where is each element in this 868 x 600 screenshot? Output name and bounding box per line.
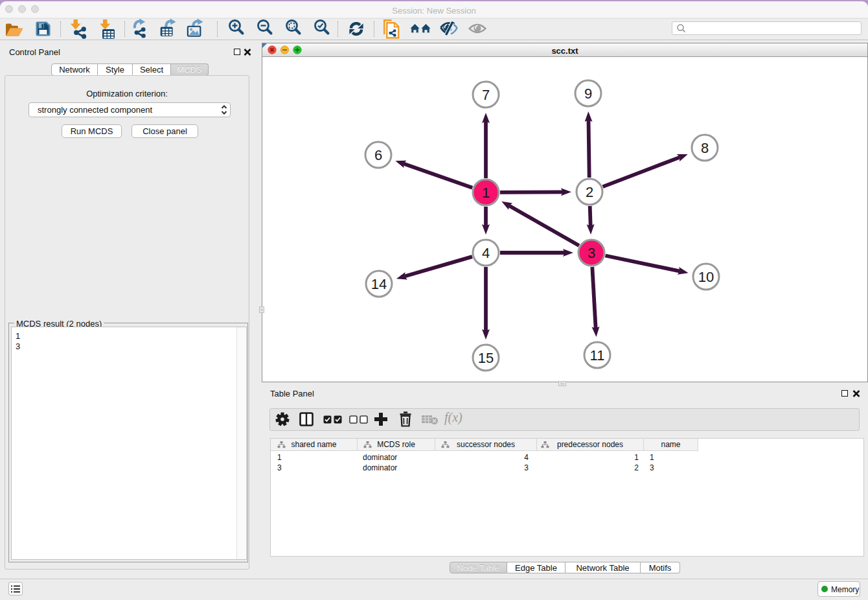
svg-text:10: 10 bbox=[698, 269, 714, 285]
svg-text:1: 1 bbox=[482, 185, 490, 201]
svg-text:8: 8 bbox=[701, 140, 709, 156]
svg-text:9: 9 bbox=[584, 86, 592, 102]
svg-text:3: 3 bbox=[588, 245, 595, 261]
svg-text:2: 2 bbox=[586, 184, 593, 200]
svg-text:11: 11 bbox=[590, 347, 605, 363]
svg-text:6: 6 bbox=[374, 147, 382, 163]
svg-text:14: 14 bbox=[371, 276, 387, 292]
svg-text:7: 7 bbox=[482, 87, 490, 103]
svg-text:15: 15 bbox=[478, 350, 494, 366]
svg-text:4: 4 bbox=[482, 245, 490, 261]
